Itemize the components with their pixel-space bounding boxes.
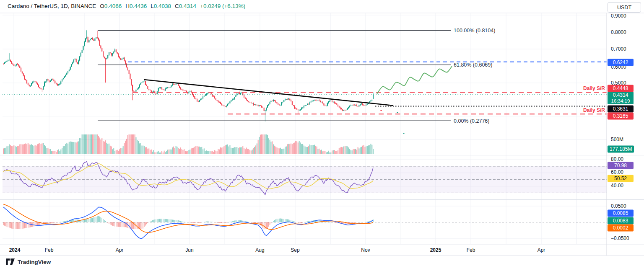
chart-canvas[interactable] — [0, 0, 644, 271]
change-value: +0.0249 (+6.13%) — [200, 3, 245, 9]
macd-hist-value-label: 0.0083 — [608, 217, 634, 225]
open-label: O — [100, 3, 104, 9]
currency-unit-button[interactable]: USDT — [608, 2, 641, 13]
rsi-value-label: 70.98 — [608, 162, 634, 169]
macd-signal-value-label: 0.0002 — [608, 225, 634, 232]
time-axis-label: Apr — [538, 247, 545, 253]
volume-value-label: 177.185M — [608, 146, 634, 153]
last-price-label: 0.431416:34:19 — [608, 92, 634, 104]
blue-line-price-label: 0.6242 — [608, 59, 634, 66]
tradingview-logo-icon — [6, 258, 15, 266]
time-axis-label: Feb — [467, 247, 475, 253]
price-scale-tick: 0.0500 — [611, 203, 626, 209]
time-axis-label: Feb — [45, 247, 54, 253]
low-value: 0.4038 — [154, 3, 171, 9]
time-axis-label: 2025 — [430, 247, 441, 253]
time-axis[interactable]: 2024FebAprJunAugSepNov2025FebApr — [0, 245, 607, 256]
time-axis-label: Nov — [361, 247, 370, 253]
close-value: 0.4314 — [179, 3, 196, 9]
price-scale-tick: 80.00 — [611, 156, 623, 162]
close-label: C — [175, 3, 179, 9]
price-scale-tick: 40.00 — [611, 183, 623, 188]
tradingview-app: Cardano / TetherUS, 1D, BINANCE O0.4066 … — [0, 0, 644, 271]
rsi-ma-value-label: 50.52 — [608, 175, 634, 182]
price-scale-tick: 0.7000 — [611, 46, 626, 52]
sr-upper-price-label: 0.4448 — [608, 85, 634, 92]
price-scale-tick: 60.00 — [611, 169, 623, 175]
price-scale[interactable]: 0.90000.80000.70000.60000.5000500M80.006… — [607, 13, 644, 256]
tradingview-logo[interactable]: TradingView — [6, 258, 51, 266]
time-axis-label: Aug — [255, 247, 264, 253]
high-value: 0.4436 — [130, 3, 147, 9]
price-scale-tick: 0.8000 — [611, 29, 626, 35]
symbol-title[interactable]: Cardano / TetherUS, 1D, BINANCE — [8, 3, 96, 9]
macd-value-label: 0.0085 — [608, 210, 634, 217]
time-axis-label: 2024 — [9, 247, 21, 253]
low-label: L — [151, 3, 154, 9]
chart-legend[interactable]: Cardano / TetherUS, 1D, BINANCE O0.4066 … — [8, 3, 245, 9]
high-label: H — [125, 3, 130, 9]
time-axis-label: Jun — [185, 247, 193, 253]
price-scale-tick: −0.0500 — [611, 235, 629, 241]
tradingview-logo-text: TradingView — [18, 259, 51, 265]
sr-lower-price-label: 0.3165 — [608, 113, 634, 120]
price-scale-tick: 500M — [611, 137, 623, 142]
open-value: 0.4066 — [104, 3, 122, 9]
time-axis-label: Sep — [291, 247, 299, 253]
price-scale-tick: 0.9000 — [611, 13, 626, 19]
sr-black-price-label: 0.3631 — [608, 106, 634, 113]
time-axis-label: Apr — [116, 247, 124, 253]
